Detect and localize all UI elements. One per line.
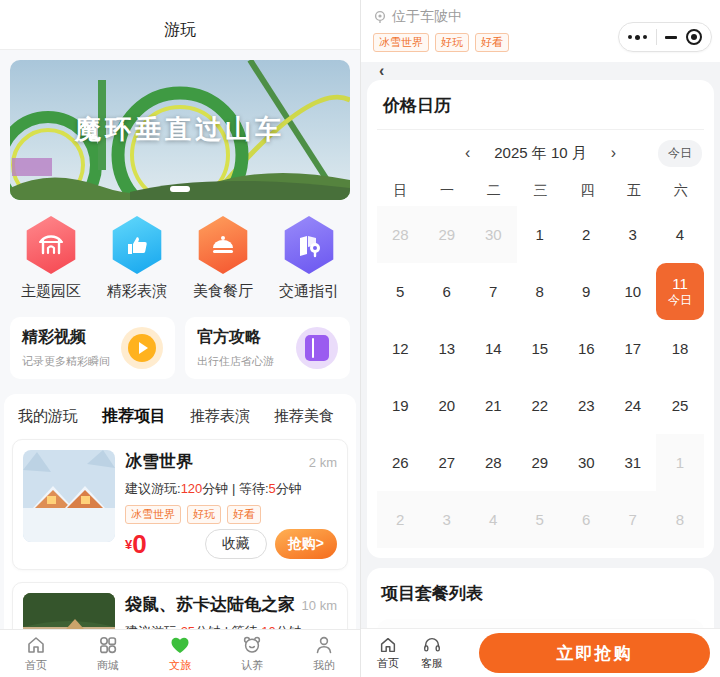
- calendar-cell[interactable]: 10: [610, 263, 657, 320]
- calendar-cell[interactable]: 7: [610, 491, 657, 548]
- location-pin-icon: [373, 10, 387, 24]
- right-detail-panel: 位于车陂中 冰雪世界 好玩 好看 ‹ 价格日历 ‹ 2025 年 10 月 › …: [360, 0, 720, 677]
- promo-card-guide[interactable]: 官方攻略 出行住店省心游: [185, 317, 350, 379]
- calendar-cell[interactable]: 29: [517, 434, 564, 491]
- nav-home[interactable]: 首页: [0, 630, 72, 677]
- customer-service-button[interactable]: 客服: [421, 635, 443, 671]
- tag: 好看: [475, 33, 509, 52]
- list-item-ice-world[interactable]: 冰雪世界 2 km 建议游玩:120分钟 | 等待:5分钟 冰雪世界 好玩 好看…: [12, 439, 348, 570]
- calendar-cell[interactable]: 5: [517, 491, 564, 548]
- map-guide-icon: [282, 216, 336, 274]
- back-chevron-icon[interactable]: ‹: [379, 63, 384, 79]
- calendar-cell[interactable]: 28: [377, 206, 424, 263]
- calendar-cell[interactable]: 4: [470, 491, 517, 548]
- tab-recommended-items[interactable]: 推荐项目: [102, 406, 166, 427]
- calendar-today-cell[interactable]: 11 今日: [656, 263, 704, 320]
- calendar-cell[interactable]: 18: [656, 320, 704, 377]
- calendar-cell[interactable]: 30: [470, 206, 517, 263]
- nav-adopt[interactable]: 认养: [216, 630, 288, 677]
- item-tags: 冰雪世界 好玩 好看: [125, 505, 337, 524]
- calendar-cell[interactable]: 12: [377, 320, 424, 377]
- calendar-cell[interactable]: 2: [377, 491, 424, 548]
- calendar-month: 2025 年 10 月: [494, 144, 587, 163]
- promo-title: 官方攻略: [197, 327, 274, 348]
- tab-recommended-food[interactable]: 推荐美食: [274, 407, 334, 426]
- quick-nav-dining[interactable]: 美食餐厅: [183, 216, 263, 301]
- buy-button[interactable]: 抢购>: [275, 529, 337, 559]
- quick-nav-transport[interactable]: 交通指引: [269, 216, 349, 301]
- tab-my-play[interactable]: 我的游玩: [18, 407, 78, 426]
- hero-banner[interactable]: 魔环垂直过山车: [10, 60, 350, 200]
- calendar-cell[interactable]: 22: [517, 377, 564, 434]
- nav-culture-travel[interactable]: 文旅: [144, 630, 216, 677]
- calendar-cell[interactable]: 1: [517, 206, 564, 263]
- favorite-button[interactable]: 收藏: [205, 529, 267, 559]
- calendar-cell[interactable]: 27: [424, 434, 471, 491]
- bottom-tab-bar: 首页 商城 文旅 认养 我的: [0, 629, 360, 677]
- book-icon: [296, 327, 338, 369]
- weekday-row: 日 一 二 三 四 五 六: [377, 176, 704, 206]
- tag: 冰雪世界: [373, 33, 429, 52]
- package-list-title: 项目套餐列表: [377, 582, 704, 605]
- calendar-cell[interactable]: 28: [470, 434, 517, 491]
- calendar-cell[interactable]: 8: [517, 263, 564, 320]
- calendar-cell[interactable]: 13: [424, 320, 471, 377]
- quick-nav-shows[interactable]: 精彩表演: [97, 216, 177, 301]
- currency-symbol: ¥: [125, 537, 132, 552]
- item-thumbnail: [23, 450, 115, 542]
- promo-subtitle: 记录更多精彩瞬间: [22, 354, 110, 369]
- calendar-cell[interactable]: 26: [377, 434, 424, 491]
- quick-nav-label: 美食餐厅: [193, 282, 253, 301]
- food-cloche-icon: [196, 216, 250, 274]
- next-month-icon[interactable]: ›: [607, 144, 620, 162]
- calendar-cell[interactable]: 29: [424, 206, 471, 263]
- today-button[interactable]: 今日: [658, 140, 702, 167]
- promo-title: 精彩视频: [22, 327, 110, 348]
- item-title: 冰雪世界: [125, 450, 193, 473]
- calendar-cell[interactable]: 21: [470, 377, 517, 434]
- calendar-cell[interactable]: 5: [377, 263, 424, 320]
- calendar-cell[interactable]: 31: [610, 434, 657, 491]
- carousel-indicator: [170, 186, 190, 192]
- calendar-cell[interactable]: 3: [610, 206, 657, 263]
- promo-card-videos[interactable]: 精彩视频 记录更多精彩瞬间: [10, 317, 175, 379]
- calendar-cell[interactable]: 3: [424, 491, 471, 548]
- calendar-cell[interactable]: 19: [377, 377, 424, 434]
- calendar-cell[interactable]: 9: [563, 263, 610, 320]
- close-record-icon[interactable]: [686, 29, 702, 45]
- quick-nav-theme-park[interactable]: 主题园区: [11, 216, 91, 301]
- item-distance: 2 km: [309, 455, 337, 470]
- more-menu-icon[interactable]: [628, 35, 647, 40]
- calendar-cell[interactable]: 1: [656, 434, 704, 491]
- quick-nav-label: 主题园区: [21, 282, 81, 301]
- calendar-cell[interactable]: 24: [610, 377, 657, 434]
- nav-mine[interactable]: 我的: [288, 630, 360, 677]
- calendar-cell[interactable]: 15: [517, 320, 564, 377]
- tag: 好玩: [435, 33, 469, 52]
- calendar-cell[interactable]: 2: [563, 206, 610, 263]
- calendar-cell[interactable]: 7: [470, 263, 517, 320]
- tab-recommended-shows[interactable]: 推荐表演: [190, 407, 250, 426]
- calendar-cell[interactable]: 6: [563, 491, 610, 548]
- page-title: 游玩: [164, 20, 196, 41]
- calendar-cell[interactable]: 23: [563, 377, 610, 434]
- calendar-cell[interactable]: 14: [470, 320, 517, 377]
- detail-bottom-bar: 首页 客服 立即抢购: [361, 628, 720, 677]
- calendar-cell[interactable]: 16: [563, 320, 610, 377]
- left-header: 游玩: [0, 0, 360, 50]
- calendar-cell[interactable]: 30: [563, 434, 610, 491]
- miniprogram-capsule: [618, 22, 712, 52]
- buy-now-button[interactable]: 立即抢购: [479, 633, 710, 673]
- detail-home-button[interactable]: 首页: [377, 635, 399, 671]
- calendar-cell[interactable]: 6: [424, 263, 471, 320]
- calendar-cell[interactable]: 20: [424, 377, 471, 434]
- prev-month-icon[interactable]: ‹: [461, 144, 474, 162]
- calendar-cell[interactable]: 25: [656, 377, 704, 434]
- home-icon: [378, 635, 398, 655]
- calendar-cell[interactable]: 17: [610, 320, 657, 377]
- calendar-title: 价格日历: [377, 94, 704, 130]
- nav-mall[interactable]: 商城: [72, 630, 144, 677]
- minimize-icon[interactable]: [665, 36, 677, 39]
- calendar-cell[interactable]: 4: [656, 206, 704, 263]
- calendar-cell[interactable]: 8: [656, 491, 704, 548]
